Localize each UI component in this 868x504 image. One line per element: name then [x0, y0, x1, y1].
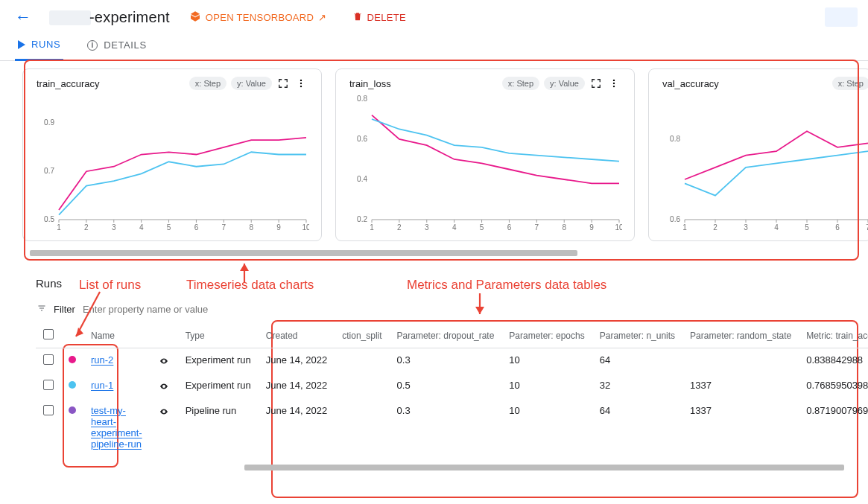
svg-text:0.8: 0.8	[357, 95, 367, 103]
svg-text:6: 6	[194, 223, 199, 232]
pill-x[interactable]: x: Step	[502, 77, 539, 90]
cell	[335, 348, 389, 374]
eye-icon[interactable]	[157, 405, 171, 418]
cell: 0.3	[390, 348, 502, 374]
column-header[interactable]: Created	[259, 323, 335, 348]
chart-title: train_loss	[349, 78, 498, 89]
cell	[335, 374, 389, 399]
page-title: -experiment	[49, 4, 170, 31]
delete-label: DELETE	[367, 12, 406, 23]
svg-text:0.5: 0.5	[44, 215, 54, 223]
delete-button[interactable]: DELETE	[346, 7, 412, 28]
eye-icon[interactable]	[157, 380, 171, 393]
filter-input[interactable]	[81, 303, 275, 316]
select-all-checkbox[interactable]	[43, 329, 54, 339]
cell: 1337	[682, 374, 799, 399]
svg-text:0.6: 0.6	[670, 215, 680, 223]
cell: 0.5	[390, 374, 502, 399]
svg-text:8: 8	[562, 223, 566, 232]
svg-text:4: 4	[452, 223, 457, 232]
svg-text:6: 6	[835, 223, 840, 232]
cell: 10	[501, 348, 592, 374]
svg-point-27	[613, 80, 615, 81]
open-tensorboard-label: OPEN TENSORBOARD	[206, 12, 314, 23]
filter-icon[interactable]	[36, 304, 48, 315]
svg-text:10: 10	[615, 223, 622, 232]
row-checkbox[interactable]	[43, 405, 54, 415]
cell: 32	[592, 374, 682, 399]
chart-card-train-loss: train_loss x: Step y: Value 0.20.40.60.8…	[335, 68, 635, 241]
open-tensorboard-button[interactable]: OPEN TENSORBOARD ↗	[183, 6, 333, 29]
svg-text:0.7: 0.7	[44, 167, 54, 175]
svg-point-29	[613, 86, 615, 87]
svg-text:4: 4	[774, 223, 779, 232]
svg-text:3: 3	[425, 223, 429, 232]
back-arrow-icon[interactable]: ←	[10, 3, 36, 31]
table-scrollbar[interactable]	[244, 465, 844, 470]
svg-point-2	[300, 86, 302, 87]
filter-label: Filter	[54, 304, 75, 315]
column-header[interactable]: ction_split	[335, 323, 389, 348]
pill-y[interactable]: y: Value	[231, 77, 272, 90]
svg-point-28	[613, 83, 615, 84]
tab-runs[interactable]: RUNS	[15, 31, 63, 61]
cell: Experiment run	[178, 348, 259, 374]
run-color-icon	[69, 406, 76, 414]
cell	[335, 399, 389, 456]
table-row: test-my-heart-experiment-pipeline-run Pi…	[36, 399, 868, 456]
svg-text:3: 3	[112, 223, 116, 232]
more-vert-icon[interactable]	[294, 77, 308, 90]
column-header[interactable]: Name	[83, 323, 150, 348]
svg-text:7: 7	[222, 223, 226, 232]
column-header[interactable]: Parameter: n_units	[592, 323, 682, 348]
svg-text:1: 1	[370, 223, 374, 232]
column-header[interactable]: Type	[178, 323, 259, 348]
row-checkbox[interactable]	[43, 380, 54, 390]
filter-bar: Filter	[36, 303, 852, 316]
tab-details[interactable]: i DETAILS	[84, 31, 149, 60]
eye-icon[interactable]	[157, 354, 171, 368]
run-name-link[interactable]: run-1	[91, 380, 113, 391]
table-row: run-2 Experiment run June 14, 2022 0.3 1…	[36, 348, 868, 374]
row-checkbox[interactable]	[43, 354, 54, 365]
pill-y[interactable]: y: Value	[544, 77, 585, 90]
column-header[interactable]: Parameter: dropout_rate	[390, 323, 502, 348]
svg-text:8: 8	[249, 223, 253, 232]
cell: 10	[501, 399, 592, 456]
charts-scrollbar[interactable]	[30, 250, 577, 256]
svg-text:1: 1	[57, 223, 61, 232]
cell: 0.3	[390, 399, 502, 456]
svg-text:2: 2	[84, 223, 89, 232]
cell: Experiment run	[178, 374, 259, 399]
fullscreen-icon[interactable]	[276, 77, 290, 90]
svg-text:10: 10	[302, 223, 309, 232]
column-header[interactable]: Metric: train_accuracy	[799, 323, 868, 348]
chart-card-train-accuracy: train_accuracy x: Step y: Value 0.50.70.…	[22, 68, 322, 241]
pill-x[interactable]: x: Step	[189, 77, 226, 90]
cell: 0.7685950398	[799, 374, 868, 399]
column-header[interactable]: Parameter: epochs	[501, 323, 592, 348]
runs-section-title: Runs	[36, 277, 852, 290]
run-name-link[interactable]: test-my-heart-experiment-pipeline-run	[91, 405, 142, 450]
pill-x[interactable]: x: Step	[832, 77, 868, 90]
column-header[interactable]: Parameter: random_state	[682, 323, 799, 348]
cell: Pipeline run	[178, 399, 259, 456]
svg-text:5: 5	[805, 223, 809, 232]
run-name-link[interactable]: run-2	[91, 354, 113, 366]
runs-table: NameTypeCreatedction_splitParameter: dro…	[36, 323, 868, 456]
svg-text:1: 1	[682, 223, 687, 232]
svg-text:0.6: 0.6	[357, 135, 367, 143]
cell: 1337	[682, 399, 799, 456]
cell	[682, 348, 799, 374]
svg-text:5: 5	[167, 223, 171, 232]
svg-text:6: 6	[507, 223, 512, 232]
fullscreen-icon[interactable]	[589, 77, 603, 90]
svg-text:4: 4	[139, 223, 144, 232]
more-vert-icon[interactable]	[607, 77, 621, 90]
cell: 0.838842988	[799, 348, 868, 374]
svg-text:0.8: 0.8	[670, 135, 680, 143]
charts-row: train_accuracy x: Step y: Value 0.50.70.…	[0, 61, 868, 247]
table-row: run-1 Experiment run June 14, 2022 0.5 1…	[36, 374, 868, 399]
tensorboard-icon	[189, 10, 201, 25]
svg-point-1	[300, 83, 302, 84]
